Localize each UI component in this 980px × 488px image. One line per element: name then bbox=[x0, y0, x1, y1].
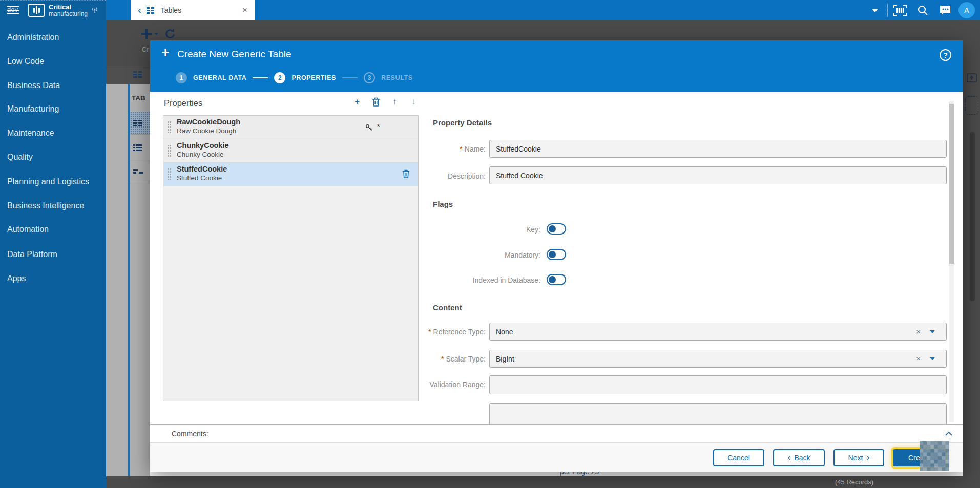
step-results: 3 RESULTS bbox=[364, 72, 413, 83]
mandatory-toggle[interactable] bbox=[547, 249, 566, 260]
step-label: RESULTS bbox=[381, 74, 413, 81]
description-label: Description: bbox=[332, 172, 486, 180]
drag-handle-icon[interactable] bbox=[168, 144, 172, 158]
partial-field[interactable] bbox=[489, 403, 947, 425]
barcode-scan-icon[interactable] bbox=[889, 0, 911, 20]
background-create-caret-icon bbox=[154, 33, 158, 35]
sidebar-item-maintenance[interactable]: Maintenance bbox=[0, 126, 106, 140]
scalar-type-value: BigInt bbox=[496, 355, 514, 363]
chevron-down-icon[interactable] bbox=[864, 0, 886, 20]
bars-icon bbox=[133, 169, 143, 174]
validation-range-field[interactable] bbox=[489, 375, 947, 394]
step-number: 2 bbox=[274, 72, 285, 83]
search-icon[interactable] bbox=[911, 0, 934, 20]
logo-subtitle: manufacturing bbox=[49, 11, 88, 17]
next-button[interactable]: Next› bbox=[833, 449, 884, 466]
required-marker: * bbox=[460, 145, 462, 153]
cursor-artifact bbox=[920, 441, 949, 471]
section-content: Content bbox=[433, 303, 462, 312]
validation-range-label: Validation Range: bbox=[332, 380, 486, 389]
sidebar-item-manufacturing[interactable]: Manufacturing bbox=[0, 102, 106, 116]
background-scrollbar bbox=[970, 132, 975, 301]
dialog-footer: Cancel ‹Back Next› Create bbox=[150, 443, 963, 472]
required-asterisk-icon: * bbox=[377, 122, 380, 133]
screen: Cr TAB per Page 25 (45 Records) ‹ Tables… bbox=[0, 0, 980, 488]
scalar-type-select[interactable]: BigInt × bbox=[489, 350, 947, 368]
sidebar-item-apps[interactable]: Apps bbox=[0, 272, 106, 285]
key-toggle[interactable] bbox=[547, 223, 566, 235]
properties-panel-title: Properties bbox=[164, 98, 202, 108]
key-label: Key: bbox=[387, 225, 540, 234]
comments-section[interactable]: Comments: bbox=[150, 424, 963, 443]
reference-type-select[interactable]: None × bbox=[489, 323, 947, 341]
sidebar-item-low-code[interactable]: Low Code bbox=[0, 55, 106, 68]
items-per-page-label: per Page 25 bbox=[560, 472, 599, 476]
tab-tables[interactable]: ‹ Tables × bbox=[131, 0, 255, 20]
step-properties[interactable]: 2 PROPERTIES bbox=[274, 72, 336, 83]
critical-manufacturing-logo-icon bbox=[28, 4, 45, 17]
background-table-row bbox=[130, 160, 150, 183]
key-icon bbox=[365, 124, 372, 131]
sidebar-item-administration[interactable]: Administration bbox=[0, 31, 106, 44]
name-field[interactable] bbox=[489, 140, 947, 158]
drag-handle-icon[interactable] bbox=[168, 168, 172, 181]
sidebar-item-data-platform[interactable]: Data Platform bbox=[0, 248, 106, 261]
tab-back-chevron-icon[interactable]: ‹ bbox=[138, 4, 141, 16]
background-view-grid-icon bbox=[133, 71, 142, 78]
property-name: RawCookieDough bbox=[177, 118, 418, 126]
sidebar-item-automation[interactable]: Automation bbox=[0, 223, 106, 236]
property-description: Raw Cookie Dough bbox=[177, 127, 418, 135]
menu-hamburger-icon[interactable] bbox=[7, 6, 19, 14]
drag-handle-icon[interactable] bbox=[168, 121, 172, 134]
description-field[interactable] bbox=[489, 166, 947, 184]
background-table-row bbox=[130, 135, 150, 160]
generic-table-icon bbox=[147, 7, 154, 14]
background-column-header: TAB bbox=[132, 94, 145, 102]
indexed-toggle[interactable] bbox=[547, 274, 566, 285]
section-flags: Flags bbox=[433, 200, 453, 208]
background-create-icon bbox=[141, 29, 152, 39]
scrollbar-thumb[interactable] bbox=[949, 104, 954, 264]
background-dashed-button bbox=[965, 96, 978, 115]
required-marker: * bbox=[441, 355, 444, 363]
dialog-title: Create New Generic Table bbox=[177, 49, 291, 60]
step-general-data[interactable]: 1 GENERAL DATA bbox=[176, 72, 246, 83]
records-count: (45 Records) bbox=[835, 478, 873, 486]
sidebar-item-quality[interactable]: Quality bbox=[0, 151, 106, 164]
clear-icon[interactable]: × bbox=[916, 327, 921, 336]
clear-icon[interactable]: × bbox=[916, 354, 921, 363]
dropdown-caret-icon[interactable] bbox=[930, 357, 935, 360]
dropdown-caret-icon[interactable] bbox=[930, 330, 935, 333]
sidebar-item-business-intelligence[interactable]: Business Intelligence bbox=[0, 199, 106, 213]
step-connector bbox=[253, 77, 268, 78]
refresh-icon bbox=[164, 28, 176, 40]
form-scrollbar[interactable] bbox=[949, 101, 954, 422]
list-icon bbox=[133, 144, 142, 151]
sidebar-item-planning-logistics[interactable]: Planning and Logistics bbox=[0, 175, 106, 188]
cancel-button[interactable]: Cancel bbox=[713, 449, 764, 466]
reference-type-label: *Reference Type: bbox=[332, 328, 486, 336]
add-property-icon[interactable]: + bbox=[352, 97, 362, 107]
background-pagination: per Page 25 bbox=[150, 472, 963, 476]
move-up-icon[interactable]: ↑ bbox=[390, 97, 400, 107]
chat-icon[interactable] bbox=[934, 0, 956, 20]
app-logo: Critical manufacturing bbox=[28, 4, 88, 17]
generic-table-icon bbox=[133, 120, 142, 126]
sidebar-item-business-data[interactable]: Business Data bbox=[0, 79, 106, 92]
back-button[interactable]: ‹Back bbox=[773, 449, 825, 466]
help-icon[interactable]: ? bbox=[940, 49, 951, 61]
plus-icon: + bbox=[161, 45, 170, 61]
required-marker: * bbox=[428, 328, 431, 336]
background-create-label: Cr bbox=[142, 46, 149, 53]
move-down-icon[interactable]: ↓ bbox=[408, 97, 419, 107]
reference-type-value: None bbox=[496, 328, 513, 336]
scalar-type-label: *Scalar Type: bbox=[332, 355, 486, 363]
tab-close-icon[interactable]: × bbox=[242, 5, 247, 15]
section-property-details: Property Details bbox=[433, 118, 492, 127]
step-label: GENERAL DATA bbox=[193, 74, 246, 81]
delete-property-icon[interactable] bbox=[371, 97, 381, 107]
properties-toolbar: + ↑ ↓ bbox=[352, 97, 419, 107]
avatar[interactable]: A bbox=[958, 2, 975, 18]
property-row-rawcookiedough[interactable]: RawCookieDough Raw Cookie Dough * bbox=[163, 116, 418, 139]
collapse-chevron-icon[interactable] bbox=[945, 431, 953, 436]
